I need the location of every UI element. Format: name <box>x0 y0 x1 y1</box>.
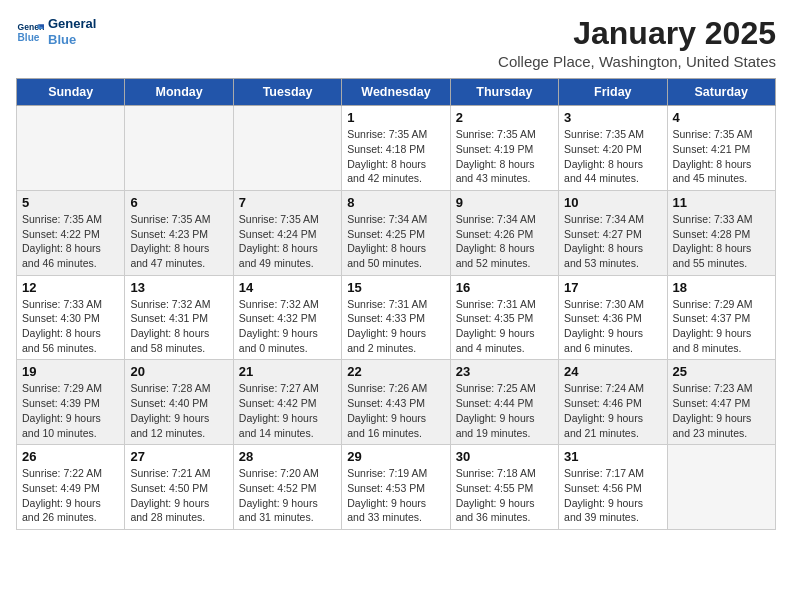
day-info: Sunrise: 7:35 AMSunset: 4:22 PMDaylight:… <box>22 212 119 271</box>
day-info: Sunrise: 7:31 AMSunset: 4:33 PMDaylight:… <box>347 297 444 356</box>
logo-icon: General Blue <box>16 18 44 46</box>
day-number: 26 <box>22 449 119 464</box>
day-number: 9 <box>456 195 553 210</box>
day-info: Sunrise: 7:34 AMSunset: 4:26 PMDaylight:… <box>456 212 553 271</box>
day-info: Sunrise: 7:17 AMSunset: 4:56 PMDaylight:… <box>564 466 661 525</box>
day-number: 13 <box>130 280 227 295</box>
day-cell: 7Sunrise: 7:35 AMSunset: 4:24 PMDaylight… <box>233 190 341 275</box>
day-cell: 6Sunrise: 7:35 AMSunset: 4:23 PMDaylight… <box>125 190 233 275</box>
header-cell-saturday: Saturday <box>667 79 775 106</box>
day-cell: 17Sunrise: 7:30 AMSunset: 4:36 PMDayligh… <box>559 275 667 360</box>
day-number: 4 <box>673 110 770 125</box>
day-cell: 20Sunrise: 7:28 AMSunset: 4:40 PMDayligh… <box>125 360 233 445</box>
day-cell: 11Sunrise: 7:33 AMSunset: 4:28 PMDayligh… <box>667 190 775 275</box>
logo-line1: General <box>48 16 96 32</box>
day-number: 25 <box>673 364 770 379</box>
day-cell: 15Sunrise: 7:31 AMSunset: 4:33 PMDayligh… <box>342 275 450 360</box>
day-info: Sunrise: 7:24 AMSunset: 4:46 PMDaylight:… <box>564 381 661 440</box>
day-info: Sunrise: 7:33 AMSunset: 4:28 PMDaylight:… <box>673 212 770 271</box>
day-number: 23 <box>456 364 553 379</box>
day-cell: 24Sunrise: 7:24 AMSunset: 4:46 PMDayligh… <box>559 360 667 445</box>
day-number: 22 <box>347 364 444 379</box>
day-cell: 26Sunrise: 7:22 AMSunset: 4:49 PMDayligh… <box>17 445 125 530</box>
day-info: Sunrise: 7:26 AMSunset: 4:43 PMDaylight:… <box>347 381 444 440</box>
day-cell: 29Sunrise: 7:19 AMSunset: 4:53 PMDayligh… <box>342 445 450 530</box>
day-cell: 5Sunrise: 7:35 AMSunset: 4:22 PMDaylight… <box>17 190 125 275</box>
day-info: Sunrise: 7:23 AMSunset: 4:47 PMDaylight:… <box>673 381 770 440</box>
day-cell: 1Sunrise: 7:35 AMSunset: 4:18 PMDaylight… <box>342 106 450 191</box>
day-cell: 4Sunrise: 7:35 AMSunset: 4:21 PMDaylight… <box>667 106 775 191</box>
day-cell <box>17 106 125 191</box>
day-cell: 25Sunrise: 7:23 AMSunset: 4:47 PMDayligh… <box>667 360 775 445</box>
day-info: Sunrise: 7:35 AMSunset: 4:21 PMDaylight:… <box>673 127 770 186</box>
logo-line2: Blue <box>48 32 96 48</box>
day-cell: 13Sunrise: 7:32 AMSunset: 4:31 PMDayligh… <box>125 275 233 360</box>
week-row-1: 1Sunrise: 7:35 AMSunset: 4:18 PMDaylight… <box>17 106 776 191</box>
week-row-5: 26Sunrise: 7:22 AMSunset: 4:49 PMDayligh… <box>17 445 776 530</box>
day-info: Sunrise: 7:22 AMSunset: 4:49 PMDaylight:… <box>22 466 119 525</box>
header-cell-sunday: Sunday <box>17 79 125 106</box>
header-cell-tuesday: Tuesday <box>233 79 341 106</box>
day-info: Sunrise: 7:29 AMSunset: 4:39 PMDaylight:… <box>22 381 119 440</box>
title-area: January 2025 College Place, Washington, … <box>498 16 776 70</box>
header-cell-monday: Monday <box>125 79 233 106</box>
day-number: 2 <box>456 110 553 125</box>
day-cell: 31Sunrise: 7:17 AMSunset: 4:56 PMDayligh… <box>559 445 667 530</box>
day-number: 19 <box>22 364 119 379</box>
day-cell: 18Sunrise: 7:29 AMSunset: 4:37 PMDayligh… <box>667 275 775 360</box>
day-cell: 30Sunrise: 7:18 AMSunset: 4:55 PMDayligh… <box>450 445 558 530</box>
day-info: Sunrise: 7:34 AMSunset: 4:27 PMDaylight:… <box>564 212 661 271</box>
day-info: Sunrise: 7:31 AMSunset: 4:35 PMDaylight:… <box>456 297 553 356</box>
day-number: 5 <box>22 195 119 210</box>
day-cell: 12Sunrise: 7:33 AMSunset: 4:30 PMDayligh… <box>17 275 125 360</box>
day-cell <box>125 106 233 191</box>
header-cell-wednesday: Wednesday <box>342 79 450 106</box>
day-number: 1 <box>347 110 444 125</box>
day-cell: 22Sunrise: 7:26 AMSunset: 4:43 PMDayligh… <box>342 360 450 445</box>
day-info: Sunrise: 7:34 AMSunset: 4:25 PMDaylight:… <box>347 212 444 271</box>
week-row-2: 5Sunrise: 7:35 AMSunset: 4:22 PMDaylight… <box>17 190 776 275</box>
day-info: Sunrise: 7:29 AMSunset: 4:37 PMDaylight:… <box>673 297 770 356</box>
day-number: 29 <box>347 449 444 464</box>
day-info: Sunrise: 7:30 AMSunset: 4:36 PMDaylight:… <box>564 297 661 356</box>
day-number: 11 <box>673 195 770 210</box>
day-info: Sunrise: 7:32 AMSunset: 4:32 PMDaylight:… <box>239 297 336 356</box>
day-number: 14 <box>239 280 336 295</box>
day-info: Sunrise: 7:35 AMSunset: 4:24 PMDaylight:… <box>239 212 336 271</box>
day-info: Sunrise: 7:35 AMSunset: 4:18 PMDaylight:… <box>347 127 444 186</box>
logo-text: General Blue <box>48 16 96 47</box>
day-cell: 10Sunrise: 7:34 AMSunset: 4:27 PMDayligh… <box>559 190 667 275</box>
day-number: 30 <box>456 449 553 464</box>
day-info: Sunrise: 7:21 AMSunset: 4:50 PMDaylight:… <box>130 466 227 525</box>
day-info: Sunrise: 7:20 AMSunset: 4:52 PMDaylight:… <box>239 466 336 525</box>
day-info: Sunrise: 7:35 AMSunset: 4:20 PMDaylight:… <box>564 127 661 186</box>
header-row: SundayMondayTuesdayWednesdayThursdayFrid… <box>17 79 776 106</box>
day-number: 10 <box>564 195 661 210</box>
day-cell: 8Sunrise: 7:34 AMSunset: 4:25 PMDaylight… <box>342 190 450 275</box>
day-cell: 9Sunrise: 7:34 AMSunset: 4:26 PMDaylight… <box>450 190 558 275</box>
day-info: Sunrise: 7:25 AMSunset: 4:44 PMDaylight:… <box>456 381 553 440</box>
day-number: 31 <box>564 449 661 464</box>
day-number: 15 <box>347 280 444 295</box>
week-row-4: 19Sunrise: 7:29 AMSunset: 4:39 PMDayligh… <box>17 360 776 445</box>
calendar-container: General Blue General Blue January 2025 C… <box>0 0 792 540</box>
day-number: 8 <box>347 195 444 210</box>
day-number: 12 <box>22 280 119 295</box>
svg-text:Blue: Blue <box>18 31 40 42</box>
day-number: 7 <box>239 195 336 210</box>
day-cell <box>667 445 775 530</box>
header: General Blue General Blue January 2025 C… <box>16 16 776 70</box>
day-number: 28 <box>239 449 336 464</box>
day-number: 16 <box>456 280 553 295</box>
day-number: 3 <box>564 110 661 125</box>
day-info: Sunrise: 7:19 AMSunset: 4:53 PMDaylight:… <box>347 466 444 525</box>
calendar-table: SundayMondayTuesdayWednesdayThursdayFrid… <box>16 78 776 530</box>
header-cell-thursday: Thursday <box>450 79 558 106</box>
day-cell: 19Sunrise: 7:29 AMSunset: 4:39 PMDayligh… <box>17 360 125 445</box>
day-info: Sunrise: 7:35 AMSunset: 4:19 PMDaylight:… <box>456 127 553 186</box>
header-cell-friday: Friday <box>559 79 667 106</box>
day-cell: 23Sunrise: 7:25 AMSunset: 4:44 PMDayligh… <box>450 360 558 445</box>
day-number: 6 <box>130 195 227 210</box>
day-info: Sunrise: 7:33 AMSunset: 4:30 PMDaylight:… <box>22 297 119 356</box>
day-info: Sunrise: 7:35 AMSunset: 4:23 PMDaylight:… <box>130 212 227 271</box>
